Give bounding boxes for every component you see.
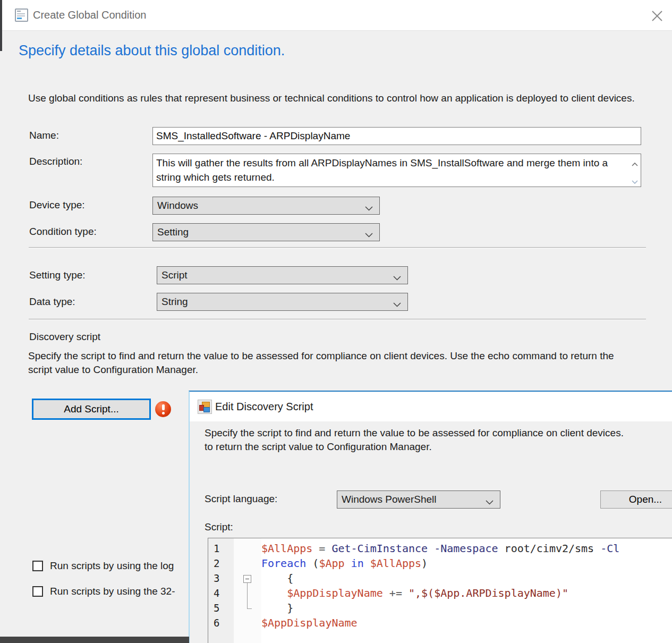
device-type-value: Windows bbox=[157, 197, 198, 214]
chevron-down-icon bbox=[365, 204, 373, 213]
background-window-sliver bbox=[0, 0, 2, 51]
scroll-up-icon[interactable] bbox=[631, 157, 639, 164]
close-icon[interactable] bbox=[650, 9, 665, 23]
data-type-label: Data type: bbox=[29, 296, 75, 308]
open-button[interactable]: Open... bbox=[600, 490, 672, 509]
script-editor-code[interactable]: $AllApps = Get-CimInstance -Namespace ro… bbox=[261, 541, 672, 643]
description-label: Description: bbox=[29, 156, 82, 167]
code-line[interactable]: $AppDisplayName bbox=[261, 615, 672, 630]
code-line[interactable]: } bbox=[261, 600, 672, 615]
code-line[interactable]: Foreach ($App in $AllApps) bbox=[261, 556, 672, 571]
chevron-down-icon bbox=[365, 230, 373, 240]
script-editor[interactable]: 123456 $AllApps = Get-CimInstance -Names… bbox=[208, 538, 672, 643]
script-language-select[interactable]: Windows PowerShell bbox=[337, 490, 500, 509]
device-type-label: Device type: bbox=[29, 199, 85, 211]
data-type-select[interactable]: String bbox=[157, 293, 408, 311]
intro-text: Use global conditions as rules that repr… bbox=[28, 91, 636, 105]
discovery-script-help: Specify the script to find and return th… bbox=[28, 349, 636, 377]
global-condition-window-icon bbox=[15, 9, 28, 22]
run-scripts-32bit-label: Run scripts by using the 32- bbox=[50, 586, 175, 597]
code-line[interactable]: $AppDisplayName += ",$($App.ARPDisplayNa… bbox=[261, 586, 672, 600]
description-input[interactable]: This will gather the results from all AR… bbox=[152, 154, 641, 187]
chevron-down-icon bbox=[393, 300, 401, 309]
condition-type-select[interactable]: Setting bbox=[152, 223, 380, 241]
fold-collapse-icon[interactable] bbox=[243, 575, 251, 583]
window-titlebar: Create Global Condition bbox=[2, 0, 672, 31]
dialog-help-line1: Specify the script to find and return th… bbox=[205, 426, 624, 440]
chevron-down-icon bbox=[393, 273, 401, 283]
fold-guide-line bbox=[247, 583, 248, 608]
chevron-down-icon bbox=[486, 497, 494, 507]
scroll-down-icon[interactable] bbox=[631, 174, 639, 181]
discovery-script-section-label: Discovery script bbox=[29, 331, 100, 343]
line-number-gutter: 123456 bbox=[208, 538, 234, 643]
add-script-button[interactable]: Add Script... bbox=[32, 399, 150, 419]
name-label: Name: bbox=[29, 130, 59, 141]
setting-type-value: Script bbox=[161, 267, 188, 283]
setting-type-label: Setting type: bbox=[29, 269, 86, 281]
data-type-value: String bbox=[161, 293, 188, 310]
setting-type-select[interactable]: Script bbox=[157, 266, 408, 284]
fold-guide-foot bbox=[247, 608, 252, 609]
condition-type-label: Condition type: bbox=[29, 226, 97, 238]
run-scripts-logged-checkbox[interactable] bbox=[32, 561, 43, 571]
edit-discovery-script-dialog: Edit Discovery Script Specify the script… bbox=[189, 391, 672, 643]
device-type-select[interactable]: Windows bbox=[152, 197, 380, 215]
script-label: Script: bbox=[205, 521, 233, 533]
run-scripts-32bit-row: Run scripts by using the 32- bbox=[32, 586, 190, 598]
page-title: Specify details about this global condit… bbox=[19, 43, 285, 59]
fold-margin bbox=[234, 538, 261, 643]
dialog-titlebar: Edit Discovery Script bbox=[190, 392, 672, 421]
run-scripts-logged-label: Run scripts by using the log bbox=[50, 560, 174, 572]
name-input[interactable] bbox=[152, 127, 641, 145]
dialog-title: Edit Discovery Script bbox=[215, 392, 313, 421]
window-title: Create Global Condition bbox=[33, 0, 146, 30]
dialog-help-line2: to return the script value to Configurat… bbox=[205, 440, 432, 454]
condition-type-value: Setting bbox=[157, 224, 189, 240]
run-scripts-logged-row: Run scripts by using the log bbox=[32, 560, 190, 573]
run-scripts-32bit-checkbox[interactable] bbox=[32, 586, 43, 597]
error-icon bbox=[155, 401, 171, 417]
screen: Create Global Condition Specify details … bbox=[0, 0, 672, 643]
winforms-app-icon bbox=[198, 400, 212, 414]
code-line[interactable]: $AllApps = Get-CimInstance -Namespace ro… bbox=[261, 541, 672, 556]
code-line[interactable]: { bbox=[261, 571, 672, 586]
description-text: This will gather the results from all AR… bbox=[156, 157, 608, 183]
background-window-bottom-strip bbox=[0, 637, 189, 643]
script-language-label: Script language: bbox=[205, 493, 277, 505]
separator bbox=[29, 319, 646, 320]
separator bbox=[29, 247, 646, 248]
script-language-value: Windows PowerShell bbox=[342, 491, 436, 507]
